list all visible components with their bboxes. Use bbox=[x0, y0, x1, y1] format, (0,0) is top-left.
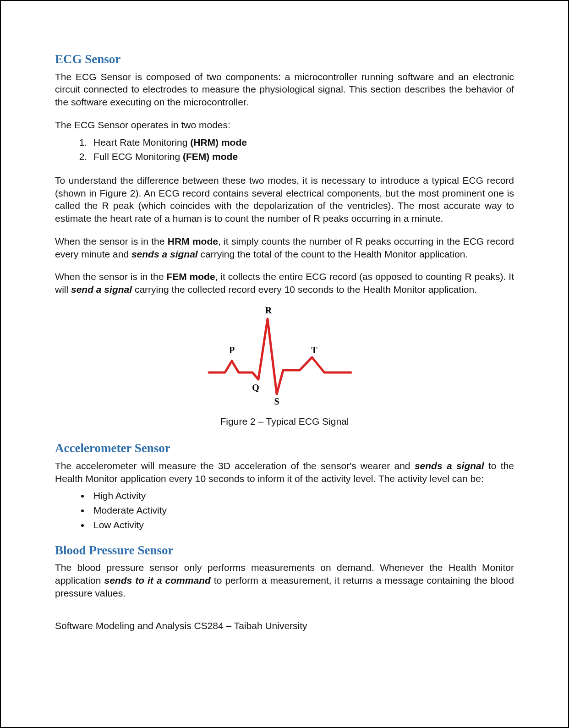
text-run: When the sensor is in the bbox=[55, 271, 166, 282]
bold-italic-run: sends a signal bbox=[131, 249, 198, 259]
bold-run: FEM mode bbox=[166, 271, 215, 282]
text-run: When the sensor is in the bbox=[55, 236, 168, 246]
figure-ecg-signal: R P T Q S Figure 2 – Typical ECG Signal bbox=[55, 306, 514, 428]
bp-paragraph-1: The blood pressure sensor only performs … bbox=[55, 561, 514, 599]
activity-level-list: High Activity Moderate Activity Low Acti… bbox=[77, 489, 514, 531]
bold-italic-run: sends to it a command bbox=[104, 575, 210, 586]
document-page: ECG Sensor The ECG Sensor is composed of… bbox=[0, 0, 569, 728]
ecg-label-q: Q bbox=[252, 383, 259, 393]
ecg-paragraph-3: To understand the difference between the… bbox=[55, 174, 514, 225]
ecg-paragraph-5: When the sensor is in the FEM mode, it c… bbox=[55, 270, 514, 296]
heading-accelerometer-sensor: Accelerometer Sensor bbox=[55, 440, 514, 457]
ecg-paragraph-1: The ECG Sensor is composed of two compon… bbox=[55, 71, 514, 109]
ecg-paragraph-2: The ECG Sensor operates in two modes: bbox=[55, 119, 514, 131]
bold-italic-run: sends a signal bbox=[415, 460, 484, 471]
list-item: Low Activity bbox=[90, 519, 514, 531]
text-run: The accelerometer will measure the 3D ac… bbox=[55, 460, 415, 471]
bold-run: HRM mode bbox=[168, 236, 218, 246]
accel-paragraph-1: The accelerometer will measure the 3D ac… bbox=[55, 460, 514, 485]
list-item: Heart Rate Monitoring (HRM) mode bbox=[90, 136, 514, 149]
mode-2-bold: (FEM) mode bbox=[183, 151, 238, 162]
footer-text: Software Modeling and Analysis CS284 – T… bbox=[55, 619, 514, 632]
list-item: Moderate Activity bbox=[90, 504, 514, 517]
text-run: carrying the total of the count to the H… bbox=[198, 249, 468, 259]
heading-blood-pressure-sensor: Blood Pressure Sensor bbox=[55, 542, 514, 559]
list-item: Full ECG Monitoring (FEM) mode bbox=[90, 150, 514, 163]
ecg-waveform-icon: R P T Q S bbox=[200, 306, 369, 407]
ecg-modes-list: Heart Rate Monitoring (HRM) mode Full EC… bbox=[77, 136, 514, 163]
bold-italic-run: send a signal bbox=[71, 284, 132, 295]
text-run: carrying the collected record every 10 s… bbox=[132, 284, 477, 295]
list-item: High Activity bbox=[90, 489, 514, 502]
heading-ecg-sensor: ECG Sensor bbox=[55, 51, 514, 68]
ecg-label-s: S bbox=[274, 396, 279, 406]
ecg-label-p: P bbox=[229, 345, 235, 355]
mode-2-prefix: Full ECG Monitoring bbox=[93, 151, 183, 162]
mode-1-prefix: Heart Rate Monitoring bbox=[93, 137, 190, 148]
ecg-label-r: R bbox=[265, 306, 272, 315]
figure-caption: Figure 2 – Typical ECG Signal bbox=[55, 415, 514, 428]
ecg-paragraph-4: When the sensor is in the HRM mode, it s… bbox=[55, 235, 514, 260]
ecg-label-t: T bbox=[311, 345, 317, 355]
mode-1-bold: (HRM) mode bbox=[190, 137, 247, 148]
